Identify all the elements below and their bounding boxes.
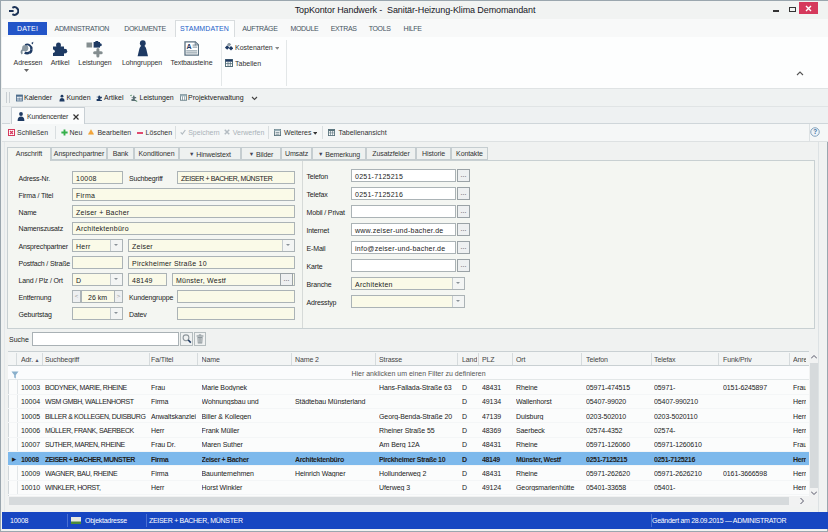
svg-text:?: ? xyxy=(813,128,817,135)
svg-text:A: A xyxy=(186,43,191,50)
